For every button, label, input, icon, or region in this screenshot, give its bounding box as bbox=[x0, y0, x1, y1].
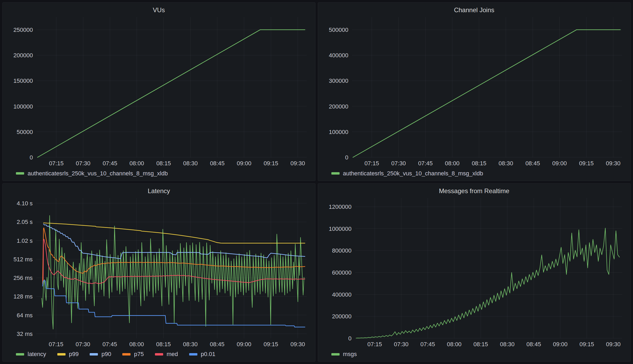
x-tick-label: 08:15 bbox=[473, 341, 488, 348]
x-tick-label: 08:00 bbox=[445, 160, 459, 167]
legend-label: med bbox=[167, 351, 178, 358]
x-tick-label: 08:45 bbox=[526, 341, 541, 348]
channel-joins-legend: authenticatesrls_250k_vus_10_channels_8_… bbox=[322, 167, 627, 180]
legend-label: p0.01 bbox=[201, 351, 215, 358]
x-tick-label: 09:15 bbox=[264, 341, 278, 348]
latency-legend: latencyp99p90p75medp0.01 bbox=[6, 348, 311, 360]
y-tick-label: 2.05 s bbox=[17, 219, 33, 225]
y-tick-label: 0 bbox=[345, 154, 348, 161]
legend-item-p75[interactable]: p75 bbox=[122, 351, 144, 358]
panel-messages-from-realtime: Messages from Realtime 02000004000006000… bbox=[318, 183, 631, 362]
panel-title-messages[interactable]: Messages from Realtime bbox=[322, 186, 627, 196]
x-tick-label: 07:15 bbox=[367, 341, 382, 348]
x-tick-label: 08:00 bbox=[129, 341, 144, 348]
x-tick-label: 08:45 bbox=[210, 341, 224, 348]
x-tick-label: 08:30 bbox=[500, 341, 514, 348]
y-tick-label: 32 ms bbox=[17, 330, 33, 337]
x-tick-label: 09:00 bbox=[237, 160, 252, 167]
panel-title-channel-joins[interactable]: Channel Joins bbox=[322, 5, 627, 15]
legend-label: p99 bbox=[69, 351, 79, 358]
vus-legend: authenticatesrls_250k_vus_10_channels_8_… bbox=[6, 167, 311, 180]
y-tick-label: 1200000 bbox=[329, 203, 352, 210]
legend-swatch bbox=[16, 353, 24, 356]
y-tick-label: 1000000 bbox=[329, 225, 352, 232]
legend-swatch bbox=[90, 353, 98, 356]
legend-item-med[interactable]: med bbox=[155, 351, 178, 358]
y-tick-label: 512 ms bbox=[14, 256, 33, 262]
y-tick-label: 100000 bbox=[329, 129, 348, 135]
legend-swatch bbox=[189, 353, 197, 356]
x-tick-label: 07:45 bbox=[420, 341, 435, 348]
vus-chart[interactable]: 05000010000015000020000025000007:1507:30… bbox=[6, 15, 311, 167]
series-line-authenticatesrls-250k-vus-10-channels-8-msg-xldb bbox=[37, 30, 305, 157]
messages-chart[interactable]: 0200000400000600000800000100000012000000… bbox=[322, 196, 627, 348]
y-tick-label: 250000 bbox=[14, 27, 33, 33]
legend-swatch bbox=[122, 353, 131, 356]
x-tick-label: 08:00 bbox=[447, 341, 461, 348]
legend-label: latency bbox=[28, 351, 46, 358]
y-tick-label: 1.02 s bbox=[17, 237, 33, 244]
series-line-p99 bbox=[44, 223, 305, 243]
messages-legend: msgs bbox=[322, 348, 627, 360]
x-tick-label: 07:30 bbox=[76, 341, 90, 348]
legend-swatch bbox=[57, 353, 66, 356]
legend-label: p75 bbox=[134, 351, 144, 358]
legend-label: authenticatesrls_250k_vus_10_channels_8_… bbox=[28, 170, 168, 177]
x-tick-label: 08:00 bbox=[129, 160, 144, 167]
legend-label: authenticatesrls_250k_vus_10_channels_8_… bbox=[343, 170, 483, 177]
x-tick-label: 09:15 bbox=[264, 160, 278, 167]
legend-item-authenticatesrls-250k-vus-10-channels-8-msg-xldb[interactable]: authenticatesrls_250k_vus_10_channels_8_… bbox=[331, 170, 483, 177]
latency-chart[interactable]: 32 ms64 ms128 ms256 ms512 ms1.02 s2.05 s… bbox=[6, 196, 311, 348]
x-tick-label: 07:45 bbox=[102, 341, 117, 348]
series-line-p90 bbox=[44, 224, 305, 259]
y-tick-label: 600000 bbox=[332, 269, 351, 276]
y-tick-label: 50000 bbox=[17, 129, 33, 135]
x-tick-label: 09:15 bbox=[579, 160, 593, 167]
x-tick-label: 09:30 bbox=[291, 160, 305, 167]
x-tick-label: 09:00 bbox=[553, 341, 567, 348]
legend-item-authenticatesrls-250k-vus-10-channels-8-msg-xldb[interactable]: authenticatesrls_250k_vus_10_channels_8_… bbox=[16, 170, 168, 177]
y-tick-label: 400000 bbox=[329, 52, 348, 59]
x-tick-label: 08:45 bbox=[525, 160, 540, 167]
x-tick-label: 07:30 bbox=[394, 341, 408, 348]
legend-item-latency[interactable]: latency bbox=[16, 351, 46, 358]
panel-channel-joins: Channel Joins 01000002000003000004000005… bbox=[318, 2, 631, 181]
y-tick-label: 800000 bbox=[332, 247, 351, 254]
y-tick-label: 400000 bbox=[332, 291, 351, 298]
legend-item-p90[interactable]: p90 bbox=[90, 351, 111, 358]
chart-svg: 05000010000015000020000025000007:1507:30… bbox=[6, 15, 311, 167]
legend-item-p0-01[interactable]: p0.01 bbox=[189, 351, 215, 358]
legend-swatch bbox=[331, 353, 340, 356]
x-tick-label: 07:45 bbox=[103, 160, 117, 167]
x-tick-label: 07:45 bbox=[418, 160, 432, 167]
legend-item-msgs[interactable]: msgs bbox=[331, 351, 357, 358]
x-tick-label: 08:30 bbox=[183, 160, 198, 167]
y-tick-label: 200000 bbox=[332, 313, 351, 320]
panel-title-vus[interactable]: VUs bbox=[6, 5, 311, 15]
x-tick-label: 07:15 bbox=[364, 160, 379, 167]
x-tick-label: 08:45 bbox=[210, 160, 224, 167]
panel-title-latency[interactable]: Latency bbox=[6, 186, 311, 196]
x-tick-label: 09:15 bbox=[579, 341, 594, 348]
legend-swatch bbox=[16, 172, 24, 175]
x-tick-label: 08:15 bbox=[156, 160, 171, 167]
x-tick-label: 08:15 bbox=[156, 341, 171, 348]
y-tick-label: 0 bbox=[30, 154, 33, 161]
chart-svg: 32 ms64 ms128 ms256 ms512 ms1.02 s2.05 s… bbox=[6, 196, 311, 348]
y-tick-label: 64 ms bbox=[17, 312, 33, 318]
x-tick-label: 08:15 bbox=[472, 160, 486, 167]
y-tick-label: 256 ms bbox=[14, 275, 33, 281]
legend-item-p99[interactable]: p99 bbox=[57, 351, 79, 358]
y-tick-label: 300000 bbox=[329, 77, 348, 84]
legend-swatch bbox=[331, 172, 340, 175]
y-tick-label: 500000 bbox=[329, 27, 348, 33]
x-tick-label: 09:30 bbox=[606, 160, 620, 167]
y-tick-label: 128 ms bbox=[14, 293, 33, 300]
y-tick-label: 150000 bbox=[14, 77, 33, 84]
series-line-authenticatesrls-250k-vus-10-channels-8-msg-xldb bbox=[353, 30, 620, 157]
x-tick-label: 07:30 bbox=[76, 160, 90, 167]
y-tick-label: 0 bbox=[348, 335, 351, 342]
channel-joins-chart[interactable]: 010000020000030000040000050000007:1507:3… bbox=[322, 15, 627, 167]
x-tick-label: 09:00 bbox=[552, 160, 567, 167]
panel-latency: Latency 32 ms64 ms128 ms256 ms512 ms1.02… bbox=[2, 183, 315, 362]
